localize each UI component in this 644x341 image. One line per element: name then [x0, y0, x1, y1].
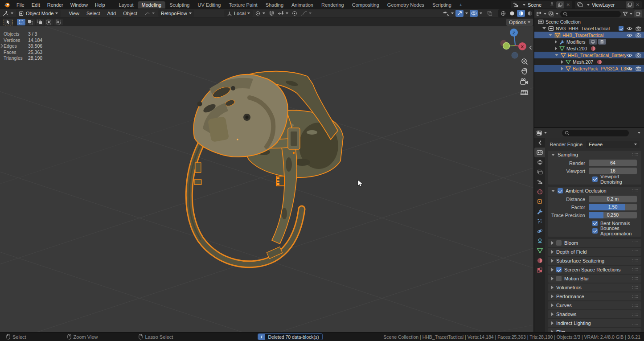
ao-factor-slider[interactable]: 1.50	[589, 204, 637, 210]
sidebar-expand-arrow[interactable]	[529, 45, 533, 50]
active-tool-select-box[interactable]	[4, 19, 13, 25]
new-scene-button[interactable]	[556, 1, 564, 8]
outliner-row-mesh200[interactable]: Mesh.200	[534, 45, 644, 52]
outliner-search-input[interactable]	[560, 11, 621, 17]
panel-curves[interactable]: Curves	[548, 301, 641, 309]
tab-compositing[interactable]: Compositing	[348, 1, 383, 8]
tab-texture[interactable]	[534, 265, 545, 275]
camera-render-icon[interactable]	[636, 66, 641, 71]
tab-animation[interactable]: Animation	[287, 1, 317, 8]
panel-drag-dots[interactable]	[632, 268, 638, 271]
menu-help[interactable]: Help	[91, 2, 109, 8]
blender-logo-icon[interactable]	[4, 2, 10, 8]
gizmos-button[interactable]	[455, 10, 468, 17]
outliner-row-mesh207[interactable]: Mesh.207	[534, 58, 644, 65]
mode-dropdown[interactable]: Object Mode	[16, 10, 61, 17]
tab-tool[interactable]	[534, 138, 545, 148]
tab-object[interactable]	[534, 197, 545, 206]
editor-type-button[interactable]	[2, 11, 13, 16]
disclosure-icon[interactable]	[555, 54, 558, 56]
snap-toggle[interactable]	[267, 10, 275, 17]
toggle-ortho-button[interactable]	[520, 88, 529, 95]
proportional-editing-toggle[interactable]	[291, 10, 299, 17]
panel-sampling-header[interactable]: Sampling	[548, 151, 641, 159]
panel-shadows[interactable]: Shadows	[548, 310, 641, 318]
editor-separator[interactable]	[533, 9, 534, 332]
panel-subsurface-scattering[interactable]: Subsurface Scattering	[548, 257, 641, 265]
orientation-dropdown[interactable]: Local	[224, 10, 253, 17]
move-view-button[interactable]	[521, 67, 529, 75]
outliner-row-batterypack[interactable]: BatteryPack_PVS31A_L3Ha	[534, 65, 644, 72]
toolbar-expand-arrow[interactable]	[0, 43, 4, 49]
panel-drag-dots[interactable]	[632, 286, 638, 289]
menu-window[interactable]: Window	[67, 2, 91, 8]
bent-normals-checkbox[interactable]	[592, 221, 598, 226]
sampling-viewport-field[interactable]: 16	[589, 168, 637, 174]
panel-drag-dots[interactable]	[632, 153, 638, 156]
options-dropdown[interactable]: Options	[506, 19, 533, 26]
outliner-row-modifiers[interactable]: Modifiers	[534, 38, 644, 45]
ao-distance-field[interactable]: 0.2 m	[589, 196, 637, 202]
panel-film[interactable]: Film	[548, 328, 641, 332]
object-visibility-button[interactable]	[443, 11, 454, 16]
shading-wireframe-button[interactable]	[499, 10, 507, 17]
viewlayer-selector[interactable]: ViewLayer ✕	[575, 1, 642, 8]
mode-transfer-button[interactable]	[144, 11, 155, 16]
panel-drag-dots[interactable]	[632, 251, 638, 253]
panel-drag-dots[interactable]	[632, 277, 638, 280]
tab-shading[interactable]: Shading	[262, 1, 287, 8]
properties-search-input[interactable]	[562, 130, 629, 136]
tab-modifiers[interactable]	[534, 206, 545, 216]
ao-trace-slider[interactable]: 0.250	[589, 212, 637, 218]
disclosure-icon[interactable]	[549, 34, 552, 36]
new-viewlayer-button[interactable]	[626, 1, 634, 8]
panel-depth-of-field[interactable]: Depth of Field	[548, 248, 641, 256]
panel-drag-dots[interactable]	[632, 189, 638, 192]
camera-render-icon[interactable]	[636, 33, 641, 37]
tab-geometry-nodes[interactable]: Geometry Nodes	[383, 1, 428, 8]
tab-material[interactable]	[534, 255, 545, 265]
menu-select[interactable]: Select	[83, 11, 104, 16]
new-collection-button[interactable]	[634, 10, 642, 17]
menu-object[interactable]: Object	[119, 11, 141, 16]
tab-physics[interactable]	[534, 226, 545, 236]
modifier-realtime-toggle[interactable]	[589, 39, 597, 45]
bounces-approx-checkbox[interactable]	[592, 228, 598, 234]
ao-checkbox[interactable]	[558, 188, 563, 193]
panel-drag-dots[interactable]	[632, 322, 638, 325]
menu-render[interactable]: Render	[44, 2, 67, 8]
tab-sculpting[interactable]: Sculpting	[165, 1, 193, 8]
viewport-3d[interactable]: Objects3 / 3 Vertices14,184 Edges39,506 …	[0, 26, 533, 332]
disclosure-icon[interactable]	[555, 40, 557, 44]
tab-scripting[interactable]: Scripting	[428, 1, 455, 8]
panel-motion-blur[interactable]: Motion Blur	[548, 275, 641, 283]
panel-bloom[interactable]: Bloom	[548, 239, 641, 247]
eye-icon[interactable]	[627, 53, 632, 58]
menu-view[interactable]: View	[65, 11, 83, 16]
panel-drag-dots[interactable]	[632, 313, 638, 316]
eye-icon[interactable]	[627, 33, 632, 37]
modifier-render-toggle[interactable]	[598, 39, 606, 45]
add-workspace-button[interactable]: +	[455, 1, 466, 8]
pivot-point-button[interactable]	[255, 11, 265, 16]
select-mode-new[interactable]	[17, 19, 25, 25]
tab-output[interactable]	[534, 157, 545, 167]
outliner-filter-type[interactable]	[548, 11, 558, 16]
outliner-row-hhb-tracettactical[interactable]: HHB_TracetTactical	[534, 32, 644, 38]
bloom-checkbox[interactable]	[556, 240, 562, 246]
menu-edit[interactable]: Edit	[28, 2, 44, 8]
panel-drag-dots[interactable]	[632, 304, 638, 307]
viewport-denoising-checkbox[interactable]	[592, 177, 598, 182]
select-mode-subtract[interactable]	[36, 19, 44, 25]
panel-drag-dots[interactable]	[632, 259, 638, 262]
tab-particles[interactable]	[534, 216, 545, 226]
menu-add[interactable]: Add	[104, 11, 120, 16]
outliner-display-mode[interactable]	[536, 11, 546, 16]
outliner-filter-button[interactable]	[623, 12, 632, 16]
zoom-view-button[interactable]	[521, 58, 529, 66]
falloff-dropdown[interactable]	[301, 11, 312, 16]
tab-layout[interactable]: Layout	[115, 1, 138, 8]
disclosure-icon[interactable]	[542, 27, 546, 29]
pin-icon[interactable]	[550, 2, 554, 7]
ssr-checkbox[interactable]	[556, 267, 562, 272]
